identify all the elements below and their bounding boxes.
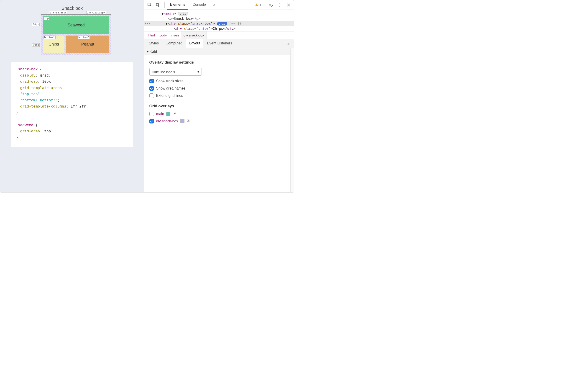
subtab-styles[interactable]: Styles xyxy=(146,39,162,48)
crumb-body[interactable]: body xyxy=(157,31,169,39)
label-extend-grid-lines: Extend grid lines xyxy=(156,94,183,98)
breadcrumb: html body main div.snack-box xyxy=(144,31,294,39)
color-swatch[interactable] xyxy=(166,112,170,116)
grid-overlays-heading: Grid overlays xyxy=(149,104,285,108)
section-grid-header[interactable]: ▼ Grid xyxy=(144,48,290,55)
svg-rect-2 xyxy=(159,4,160,7)
page-viewport: Snack box 1fr·96.66px 2fr·193.32px 80px … xyxy=(0,0,144,192)
inspect-element-icon[interactable] xyxy=(146,1,153,9)
chevron-down-icon: ▾ xyxy=(197,70,199,74)
context-dots-icon[interactable]: ••• xyxy=(145,22,150,25)
tab-console[interactable]: Console xyxy=(189,0,209,10)
crumb-main[interactable]: main xyxy=(169,31,181,39)
subtab-layout[interactable]: Layout xyxy=(186,39,203,48)
checkbox-show-track-sizes[interactable] xyxy=(149,79,154,83)
devtools-panel: Elements Console » 1 ▼<main> grid xyxy=(144,0,294,192)
col-size-label: 1fr·96.66px xyxy=(49,11,67,14)
kebab-menu-icon[interactable] xyxy=(276,1,284,9)
subtab-overflow[interactable]: » xyxy=(285,41,293,46)
grid-badge[interactable]: grid xyxy=(178,12,188,16)
row-size-label: 80px xyxy=(32,43,40,47)
checkbox-overlay-snack-box[interactable] xyxy=(149,119,154,124)
grid-cell-seaweed: Seaweed xyxy=(43,16,109,34)
overlay-name-main[interactable]: main xyxy=(156,112,164,116)
subtab-computed[interactable]: Computed xyxy=(162,39,186,48)
dom-selected-node[interactable]: ••• ▼<div class="snack-box"> grid == $0 xyxy=(144,21,294,26)
area-name-label: bottom1 xyxy=(43,36,55,39)
devtools-toolbar: Elements Console » 1 xyxy=(144,0,294,10)
checkbox-overlay-main[interactable] xyxy=(149,112,154,116)
device-toolbar-icon[interactable] xyxy=(154,1,162,9)
subtab-event-listeners[interactable]: Event Listeners xyxy=(204,39,235,48)
svg-point-4 xyxy=(279,4,280,5)
grid-preview: 1fr·96.66px 2fr·193.32px 80px 80px top b… xyxy=(41,14,111,55)
area-name-label: top xyxy=(43,17,49,20)
reveal-element-icon[interactable] xyxy=(173,112,176,116)
checkbox-extend-grid-lines[interactable] xyxy=(149,93,154,98)
tab-elements[interactable]: Elements xyxy=(167,0,189,10)
warnings-badge[interactable]: 1 xyxy=(253,3,263,7)
row-size-label: 80px xyxy=(32,23,40,26)
settings-icon[interactable] xyxy=(267,1,275,9)
grid-badge[interactable]: grid xyxy=(217,22,227,25)
tabs-overflow[interactable]: » xyxy=(210,0,218,10)
reveal-element-icon[interactable] xyxy=(187,119,190,124)
close-icon[interactable] xyxy=(285,1,293,9)
label-show-track-sizes: Show track sizes xyxy=(156,79,184,83)
dom-tree[interactable]: ▼<main> grid <p>Snack box</p> ••• ▼<div … xyxy=(144,10,294,31)
line-labels-dropdown[interactable]: Hide line labels ▾ xyxy=(149,68,202,76)
overlay-name-snack-box[interactable]: div.snack-box xyxy=(156,119,178,123)
svg-point-5 xyxy=(279,6,280,7)
scrollbar[interactable] xyxy=(290,48,294,192)
css-code-block: .snack-box { display: grid; grid-gap: 10… xyxy=(11,62,133,147)
color-swatch[interactable] xyxy=(180,119,185,123)
label-show-area-names: Show area names xyxy=(156,86,186,90)
overlay-settings-heading: Overlay display settings xyxy=(149,60,285,65)
page-title: Snack box xyxy=(62,6,83,11)
crumb-html[interactable]: html xyxy=(146,31,157,39)
sidebar-tabs: Styles Computed Layout Event Listeners » xyxy=(144,39,294,48)
crumb-snack-box[interactable]: div.snack-box xyxy=(181,31,207,39)
checkbox-show-area-names[interactable] xyxy=(149,86,154,91)
col-size-label: 2fr·193.32px xyxy=(86,11,106,14)
chevron-down-icon: ▼ xyxy=(147,50,149,53)
svg-point-3 xyxy=(279,3,280,4)
area-name-label: bottom2 xyxy=(78,36,89,39)
